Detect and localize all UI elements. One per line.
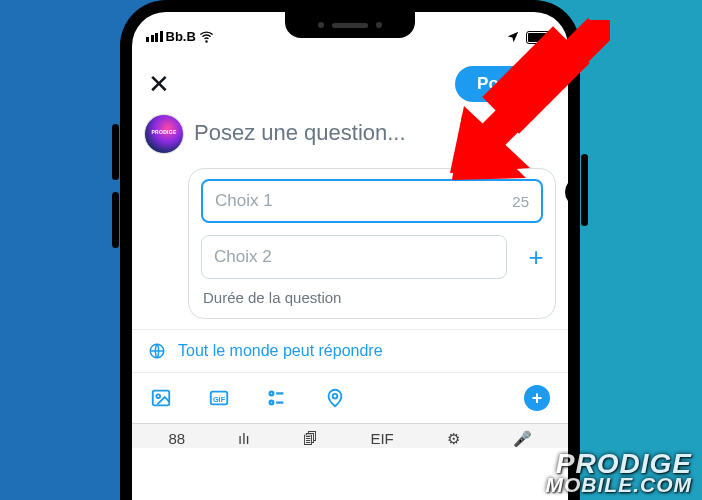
compose-topbar: ✕ Poster (132, 46, 568, 114)
location-icon[interactable] (324, 387, 346, 409)
avatar[interactable] (144, 114, 184, 154)
phone-power-button (581, 154, 588, 226)
gif-icon[interactable]: GIF (208, 387, 230, 409)
reply-settings-label: Tout le monde peut répondre (178, 342, 383, 360)
page-background: Bb.B ✕ Poster Posez une question... Choi… (0, 0, 702, 500)
post-button[interactable]: Poster (455, 66, 552, 102)
poll-choice-2-input[interactable]: Choix 2 (201, 235, 507, 279)
phone-volume-up (112, 124, 119, 180)
battery-icon (526, 31, 554, 44)
poll-icon[interactable] (266, 387, 288, 409)
phone-frame: Bb.B ✕ Poster Posez une question... Choi… (120, 0, 580, 500)
close-icon (572, 184, 580, 200)
poll-choice-1-placeholder: Choix 1 (215, 191, 273, 211)
kb-key-5[interactable]: ⚙ (447, 430, 460, 448)
signal-bars-icon (146, 31, 163, 42)
poll-choice-2-placeholder: Choix 2 (214, 247, 272, 267)
add-choice-button[interactable]: + (516, 235, 556, 279)
phone-notch (285, 12, 415, 38)
svg-point-2 (156, 394, 160, 398)
poll-duration-label[interactable]: Durée de la question (201, 287, 543, 306)
poll-choice-1-charcount: 25 (512, 193, 529, 210)
watermark: PRODIGE MOBILE.COM (546, 452, 693, 494)
kb-key-1[interactable]: 88 (168, 430, 185, 448)
globe-icon (148, 342, 166, 360)
question-input[interactable]: Posez une question... (194, 114, 556, 154)
phone-volume-down (112, 192, 119, 248)
kb-key-3[interactable]: 🗐 (303, 430, 318, 448)
poll-card: Choix 1 25 Choix 2 + Durée de la questio… (188, 168, 556, 319)
kb-key-2[interactable]: ılı (238, 430, 250, 448)
media-toolbar: GIF + (132, 373, 568, 423)
compose-area: Posez une question... (132, 114, 568, 154)
kb-key-6[interactable]: 🎤 (513, 430, 532, 448)
reply-settings-row[interactable]: Tout le monde peut répondre (132, 329, 568, 373)
add-thread-button[interactable]: + (524, 385, 550, 411)
close-button[interactable]: ✕ (148, 71, 170, 97)
svg-text:GIF: GIF (213, 395, 226, 404)
remove-poll-button[interactable] (565, 177, 580, 207)
keyboard-suggestion-row: 88 ılı 🗐 EIF ⚙ 🎤 (132, 423, 568, 448)
image-icon[interactable] (150, 387, 172, 409)
watermark-line2: MOBILE.COM (546, 476, 693, 494)
poll-choice-1-input[interactable]: Choix 1 25 (201, 179, 543, 223)
location-services-icon (506, 30, 520, 44)
wifi-icon (199, 29, 214, 44)
carrier-label: Bb.B (166, 29, 196, 44)
svg-point-6 (270, 401, 274, 405)
kb-key-4[interactable]: EIF (370, 430, 393, 448)
svg-point-7 (333, 394, 338, 399)
svg-point-5 (270, 392, 274, 396)
